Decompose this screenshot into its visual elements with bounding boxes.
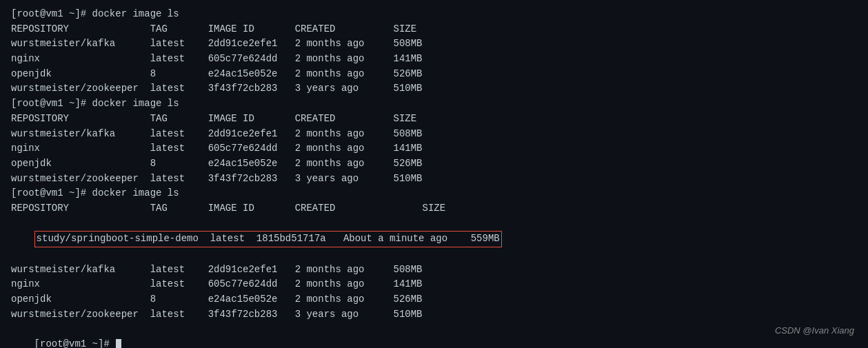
- prompt-line-2: [root@vm1 ~]# docker image ls: [11, 96, 857, 112]
- watermark: CSDN @Ivan Xiang: [775, 325, 854, 336]
- row-1-1: wurstmeister/kafka latest 2dd91ce2efe1 2…: [11, 37, 857, 52]
- prompt-1: [root@vm1 ~]# docker image ls: [11, 8, 179, 19]
- row-3-1: wurstmeister/kafka latest 2dd91ce2efe1 2…: [11, 263, 857, 278]
- row-3-2: nginx latest 605c77e624dd 2 months ago 1…: [11, 277, 857, 292]
- row-1-2: nginx latest 605c77e624dd 2 months ago 1…: [11, 52, 857, 67]
- cursor: [116, 339, 121, 348]
- row-1-3: openjdk 8 e24ac15e052e 2 months ago 526M…: [11, 67, 857, 82]
- header-line-3: REPOSITORY TAG IMAGE ID CREATED SIZE: [11, 201, 857, 216]
- col-header-1: REPOSITORY TAG IMAGE ID CREATED SIZE: [11, 23, 416, 34]
- prompt-3: [root@vm1 ~]# docker image ls: [11, 187, 179, 198]
- row-2-3: openjdk 8 e24ac15e052e 2 months ago 526M…: [11, 156, 857, 172]
- row-2-4: wurstmeister/zookeeper latest 3f43f72cb2…: [11, 172, 857, 187]
- col-header-2: REPOSITORY TAG IMAGE ID CREATED SIZE: [11, 113, 416, 124]
- prompt-line-3: [root@vm1 ~]# docker image ls: [11, 186, 857, 201]
- row-1-4: wurstmeister/zookeeper latest 3f43f72cb2…: [11, 81, 857, 96]
- prompt-2: [root@vm1 ~]# docker image ls: [11, 98, 179, 109]
- highlighted-row-line: study/springboot-simple-demo latest 1815…: [11, 216, 857, 263]
- header-line-1: REPOSITORY TAG IMAGE ID CREATED SIZE: [11, 22, 857, 37]
- col-header-3: REPOSITORY TAG IMAGE ID CREATED SIZE: [11, 203, 445, 214]
- row-2-1: wurstmeister/kafka latest 2dd91ce2efe1 2…: [11, 127, 857, 142]
- row-3-4: wurstmeister/zookeeper latest 3f43f72cb2…: [11, 307, 857, 323]
- prompt-line-1: [root@vm1 ~]# docker image ls: [11, 7, 857, 22]
- final-prompt: [root@vm1 ~]#: [34, 338, 116, 348]
- highlighted-row: study/springboot-simple-demo latest 1815…: [34, 231, 502, 247]
- header-line-2: REPOSITORY TAG IMAGE ID CREATED SIZE: [11, 112, 857, 127]
- row-3-3: openjdk 8 e24ac15e052e 2 months ago 526M…: [11, 292, 857, 307]
- terminal-window: [root@vm1 ~]# docker image ls REPOSITORY…: [0, 0, 868, 348]
- final-prompt-line[interactable]: [root@vm1 ~]#: [11, 322, 857, 348]
- row-2-2: nginx latest 605c77e624dd 2 months ago 1…: [11, 141, 857, 156]
